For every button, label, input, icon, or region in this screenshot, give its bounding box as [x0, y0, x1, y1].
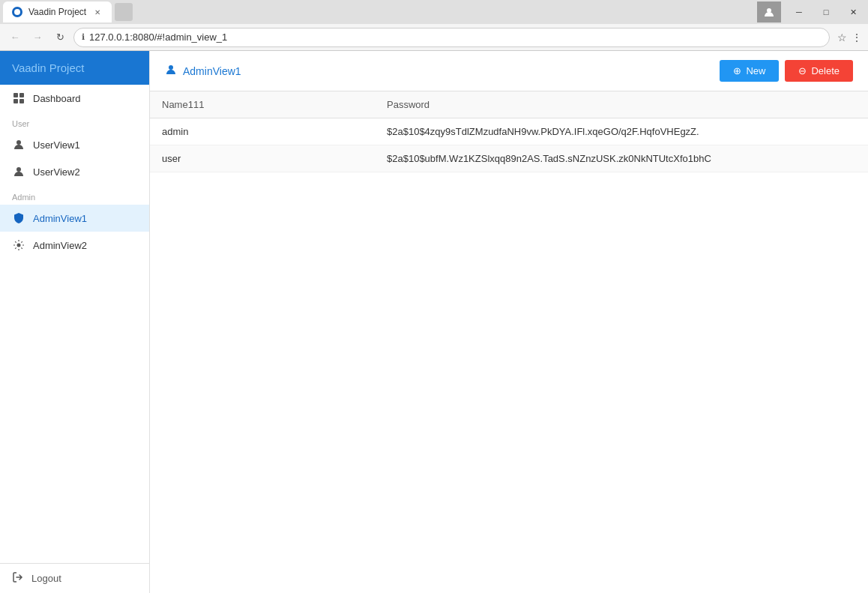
- sidebar-footer: Logout: [0, 563, 149, 593]
- svg-rect-2: [13, 93, 18, 97]
- table-row[interactable]: user$2a$10$ubfM.Wz1KZSlxqq89n2AS.TadS.sN…: [150, 145, 868, 172]
- minimize-button[interactable]: ─: [787, 1, 811, 22]
- adminview2-label: AdminView2: [33, 240, 87, 251]
- delete-button[interactable]: ⊖ Delete: [785, 60, 853, 82]
- breadcrumb-label: AdminView1: [183, 65, 241, 77]
- address-bar: ← → ↻ ℹ 127.0.0.1:8080/#!admin_view_1 ☆ …: [0, 24, 868, 51]
- tab-title: Vaadin Project: [28, 7, 86, 17]
- svg-point-7: [16, 167, 21, 172]
- url-bar[interactable]: ℹ 127.0.0.1:8080/#!admin_view_1: [73, 28, 830, 47]
- cell-name: user: [150, 145, 375, 172]
- sidebar-section-user: User: [0, 112, 149, 131]
- sidebar-item-userview1[interactable]: UserView1: [0, 131, 149, 158]
- adminview1-icon: [12, 211, 25, 225]
- cell-password: $2a$10$4zqy9sTdlZMzudfaNH9vw.PkDYA.IFl.x…: [375, 118, 868, 145]
- new-tab-button[interactable]: [115, 3, 133, 21]
- adminview2-icon: [12, 238, 25, 252]
- table-body: admin$2a$10$4zqy9sTdlZMzudfaNH9vw.PkDYA.…: [150, 118, 868, 172]
- minus-icon: ⊖: [798, 65, 807, 76]
- col-header-password: Password: [375, 91, 868, 118]
- lock-icon: ℹ: [82, 32, 85, 42]
- svg-point-0: [14, 9, 20, 15]
- col-header-name: Name111: [150, 91, 375, 118]
- profile-button[interactable]: [757, 1, 781, 22]
- cell-name: admin: [150, 118, 375, 145]
- svg-point-9: [169, 65, 173, 70]
- new-button-label: New: [746, 65, 765, 76]
- userview2-label: UserView2: [33, 166, 80, 178]
- svg-point-6: [16, 140, 21, 145]
- dashboard-icon: [12, 91, 25, 105]
- table-header-row: Name111 Password: [150, 91, 868, 118]
- svg-point-8: [17, 244, 21, 247]
- brand-project: Project: [49, 61, 85, 74]
- sidebar-item-adminview2[interactable]: AdminView2: [0, 232, 149, 259]
- sidebar-item-adminview1[interactable]: AdminView1: [0, 205, 149, 232]
- adminview1-label: AdminView1: [33, 213, 87, 224]
- plus-icon: ⊕: [733, 65, 741, 76]
- url-text: 127.0.0.1:8080/#!admin_view_1: [89, 31, 227, 43]
- sidebar-section-admin: Admin: [0, 185, 149, 205]
- main-content: AdminView1 ⊕ New ⊖ Delete: [150, 51, 868, 593]
- sidebar: Vaadin Project Dashboard User UserView1: [0, 51, 150, 593]
- svg-rect-5: [19, 99, 24, 103]
- title-bar: Vaadin Project ✕ ─ □ ✕: [0, 0, 868, 24]
- tab-favicon: [12, 7, 22, 17]
- bookmark-button[interactable]: ☆: [837, 31, 847, 43]
- sidebar-item-userview2[interactable]: UserView2: [0, 158, 149, 185]
- browser-window: Vaadin Project ✕ ─ □ ✕ ← → ↻ ℹ 127.0.0.1…: [0, 0, 868, 593]
- data-table: Name111 Password admin$2a$10$4zqy9sTdlZM…: [150, 91, 868, 172]
- back-button[interactable]: ←: [6, 28, 24, 46]
- logout-label: Logout: [31, 573, 61, 584]
- sidebar-item-dashboard[interactable]: Dashboard: [0, 85, 149, 112]
- logout-icon: [12, 571, 24, 586]
- userview2-icon: [12, 165, 25, 178]
- table-container: Name111 Password admin$2a$10$4zqy9sTdlZM…: [150, 91, 868, 593]
- new-button[interactable]: ⊕ New: [720, 60, 779, 82]
- content-header: AdminView1 ⊕ New ⊖ Delete: [150, 51, 868, 91]
- svg-rect-3: [19, 93, 24, 97]
- userview1-icon: [12, 138, 25, 151]
- close-button[interactable]: ✕: [841, 1, 865, 22]
- breadcrumb: AdminView1: [165, 64, 241, 78]
- delete-button-label: Delete: [811, 65, 840, 76]
- svg-rect-4: [13, 99, 18, 103]
- forward-button[interactable]: →: [28, 28, 46, 46]
- maximize-button[interactable]: □: [814, 1, 838, 22]
- brand-vaadin: Vaadin: [12, 61, 46, 74]
- userview1-label: UserView1: [33, 139, 80, 151]
- cell-password: $2a$10$ubfM.Wz1KZSlxqq89n2AS.TadS.sNZnzU…: [375, 145, 868, 172]
- tab-close-button[interactable]: ✕: [92, 7, 103, 17]
- logout-button[interactable]: Logout: [12, 571, 137, 586]
- sidebar-header: Vaadin Project: [0, 51, 149, 85]
- menu-button[interactable]: ⋮: [852, 31, 862, 43]
- app-container: Vaadin Project Dashboard User UserView1: [0, 51, 868, 593]
- header-buttons: ⊕ New ⊖ Delete: [720, 60, 853, 82]
- reload-button[interactable]: ↻: [51, 28, 69, 46]
- breadcrumb-icon: [165, 64, 177, 78]
- dashboard-label: Dashboard: [33, 93, 81, 104]
- tab-bar: Vaadin Project ✕: [3, 1, 757, 22]
- active-tab[interactable]: Vaadin Project ✕: [3, 1, 112, 22]
- table-row[interactable]: admin$2a$10$4zqy9sTdlZMzudfaNH9vw.PkDYA.…: [150, 118, 868, 145]
- window-controls: ─ □ ✕: [787, 1, 865, 22]
